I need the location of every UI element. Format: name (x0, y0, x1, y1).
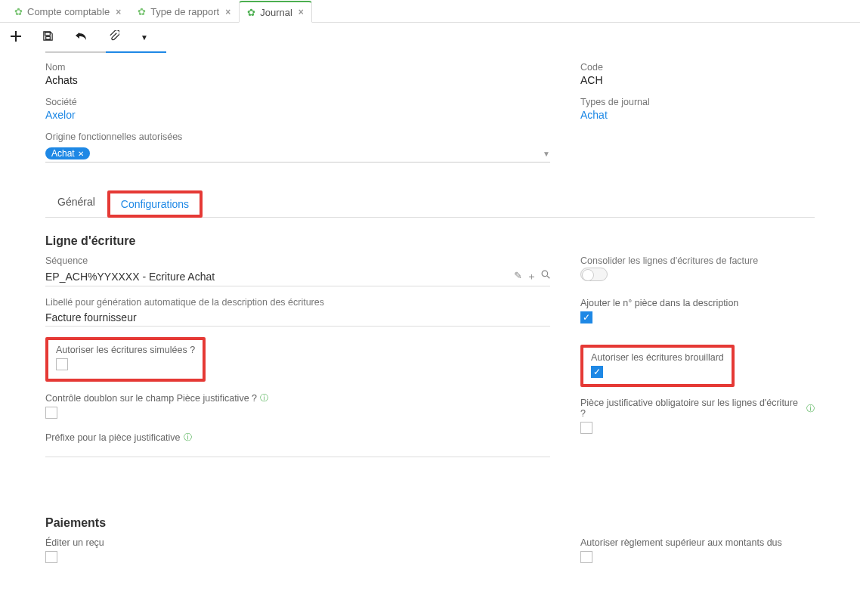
tab-label: Journal (260, 7, 292, 18)
close-icon[interactable]: × (225, 7, 230, 17)
origin-chip[interactable]: Achat ✕ (45, 147, 90, 159)
label-sequence: Séquence (45, 255, 550, 266)
field-journal-type: Types de journal Achat (580, 97, 815, 121)
row-simulated: Autoriser les écritures simulées ? (45, 337, 550, 382)
chip-label: Achat (51, 148, 75, 159)
info-icon[interactable]: ⓘ (184, 432, 192, 443)
tab-label: Type de rapport (150, 6, 219, 17)
tab-label: Compte comptable (27, 6, 110, 17)
close-icon[interactable]: × (116, 7, 121, 17)
svg-point-0 (542, 271, 548, 277)
libelle-input[interactable]: Facture fournisseur (45, 309, 550, 327)
value-code: ACH (580, 74, 815, 86)
form-content: Nom Achats Société Axelor Origine foncti… (0, 51, 860, 596)
more-dropdown[interactable]: ▼ (141, 33, 148, 42)
label-doublon: Contrôle doublon sur le champ Pièce just… (45, 392, 550, 404)
section-payments-heading: Paiements (45, 516, 815, 530)
row-addpiece: Ajouter le n° pièce dans la description … (580, 298, 815, 323)
checkbox-doublon[interactable] (45, 407, 57, 419)
field-code: Code ACH (580, 62, 815, 86)
sequence-value: EP_ACH%YYXXXX - Ecriture Achat (45, 271, 215, 283)
checkbox-addpiece[interactable]: ✓ (580, 311, 592, 323)
toolbar: ▼ (0, 23, 860, 51)
label-prefix: Préfixe pour la pièce justificative ⓘ (45, 432, 550, 443)
row-doublon: Contrôle doublon sur le champ Pièce just… (45, 392, 550, 421)
field-libelle: Libellé pour génération automatique de l… (45, 297, 550, 327)
save-button[interactable] (42, 30, 54, 44)
row-receipt: Éditer un reçu (45, 537, 550, 565)
tab-journal[interactable]: ✿ Journal × (239, 1, 312, 23)
label-mandatory: Pièce justificative obligatoire sur les … (580, 398, 815, 419)
search-icon[interactable] (541, 270, 550, 283)
inner-tabs: Général Configurations (45, 190, 815, 218)
origin-select[interactable]: Achat ✕ ▼ (45, 145, 550, 163)
window-tabs: ✿ Compte comptable × ✿ Type de rapport ×… (0, 0, 860, 23)
label-draft: Autoriser les écritures brouillard (591, 352, 724, 363)
add-icon[interactable]: ＋ (527, 270, 537, 283)
row-prefix: Préfixe pour la pièce justificative ⓘ (45, 432, 550, 443)
row-draft: Autoriser les écritures brouillard ✓ (580, 345, 815, 387)
gear-icon: ✿ (247, 7, 255, 18)
value-name: Achats (45, 74, 550, 86)
label-code: Code (580, 62, 815, 73)
divider (45, 457, 550, 457)
gear-icon: ✿ (14, 6, 23, 17)
tab-general[interactable]: Général (45, 190, 107, 217)
info-icon[interactable]: ⓘ (260, 392, 268, 404)
field-name: Nom Achats (45, 62, 550, 86)
label-overpay: Autoriser règlement supérieur aux montan… (580, 537, 815, 548)
checkbox-simulated[interactable] (56, 358, 68, 370)
field-consolidate: Consolider les lignes d'écritures de fac… (580, 255, 815, 281)
highlight-draft: Autoriser les écritures brouillard ✓ (580, 345, 735, 387)
value-company[interactable]: Axelor (45, 109, 550, 121)
checkbox-receipt[interactable] (45, 551, 57, 563)
checkbox-mandatory[interactable] (580, 422, 592, 434)
libelle-value: Facture fournisseur (45, 311, 137, 323)
label-addpiece: Ajouter le n° pièce dans la description (580, 298, 815, 308)
undo-button[interactable] (75, 31, 87, 44)
label-libelle: Libellé pour génération automatique de l… (45, 297, 550, 308)
section-line-heading: Ligne d'écriture (45, 234, 815, 248)
svg-line-1 (547, 276, 549, 278)
sequence-input[interactable]: EP_ACH%YYXXXX - Ecriture Achat ✎ ＋ (45, 268, 550, 286)
label-receipt: Éditer un reçu (45, 537, 550, 548)
row-overpay: Autoriser règlement supérieur aux montan… (580, 537, 815, 565)
field-origin: Origine fonctionnelles autorisées Achat … (45, 132, 550, 163)
tab-configurations[interactable]: Configurations (107, 190, 203, 218)
edit-icon[interactable]: ✎ (514, 270, 522, 283)
checkbox-overpay[interactable] (580, 551, 592, 563)
attach-button[interactable] (108, 30, 119, 44)
close-icon[interactable]: × (299, 7, 304, 17)
label-consolidate: Consolider les lignes d'écritures de fac… (580, 255, 815, 266)
checkbox-draft[interactable]: ✓ (591, 366, 603, 378)
value-journal-type[interactable]: Achat (580, 109, 815, 121)
add-button[interactable] (11, 31, 21, 44)
label-name: Nom (45, 62, 550, 73)
toggle-consolidate[interactable] (580, 268, 608, 281)
chevron-down-icon[interactable]: ▼ (543, 150, 550, 158)
field-company: Société Axelor (45, 97, 550, 121)
field-sequence: Séquence EP_ACH%YYXXXX - Ecriture Achat … (45, 255, 550, 286)
label-origin: Origine fonctionnelles autorisées (45, 132, 550, 142)
gear-icon: ✿ (138, 6, 146, 17)
info-icon[interactable]: ⓘ (806, 403, 815, 414)
label-journal-type: Types de journal (580, 97, 815, 107)
label-company: Société (45, 97, 550, 107)
tab-type-rapport[interactable]: ✿ Type de rapport × (129, 1, 239, 23)
highlight-simulated: Autoriser les écritures simulées ? (45, 337, 206, 382)
row-mandatory: Pièce justificative obligatoire sur les … (580, 398, 815, 436)
status-bar (45, 51, 815, 53)
label-simulated: Autoriser les écritures simulées ? (56, 345, 195, 355)
chip-remove-icon[interactable]: ✕ (78, 150, 84, 158)
tab-compte-comptable[interactable]: ✿ Compte comptable × (6, 1, 129, 23)
